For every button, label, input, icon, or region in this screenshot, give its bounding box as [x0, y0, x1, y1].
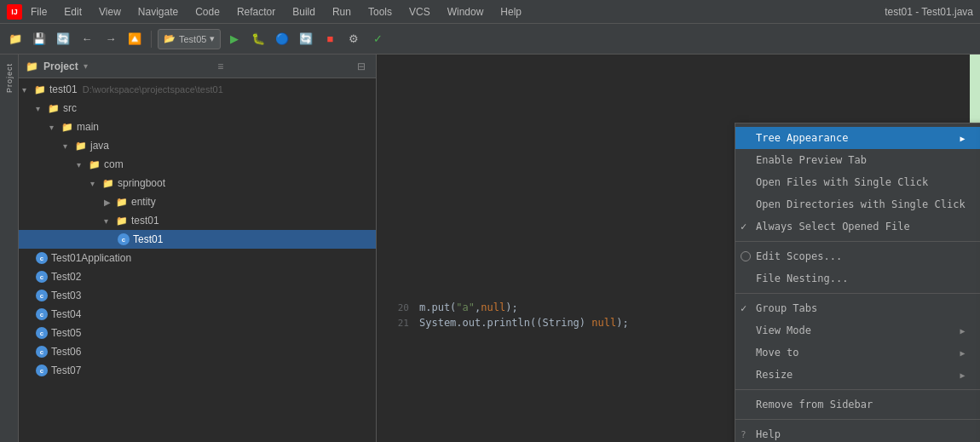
- file-nesting-label: File Nesting...: [756, 273, 848, 284]
- panel-dropdown-icon[interactable]: ▾: [84, 61, 88, 71]
- java-file-icon-05: c: [36, 327, 48, 339]
- separator-3: [735, 389, 980, 390]
- debug-btn[interactable]: 🐛: [248, 29, 268, 49]
- panel-title: Project: [43, 60, 78, 72]
- test06-label: Test06: [51, 346, 81, 358]
- profile-btn[interactable]: 🔄: [296, 29, 316, 49]
- root-path: D:\workspace\projectspace\test01: [83, 84, 223, 95]
- menu-run[interactable]: Run: [329, 4, 355, 20]
- build-btn[interactable]: ⚙: [343, 29, 364, 49]
- edit-scopes-icon: [741, 251, 751, 261]
- tree-item-springboot[interactable]: ▾ 📁 springboot: [19, 174, 376, 192]
- src-label: src: [63, 102, 77, 114]
- separator-2: [735, 293, 980, 294]
- menu-window[interactable]: Window: [444, 4, 487, 20]
- forward-btn[interactable]: →: [101, 29, 121, 49]
- tree-item-main[interactable]: ▾ 📁 main: [19, 118, 376, 136]
- menu-item-edit-scopes[interactable]: Edit Scopes...: [735, 245, 980, 267]
- menu-navigate[interactable]: Navigate: [135, 4, 182, 20]
- always-select-check: ✓: [741, 221, 747, 232]
- submenu-arrow-resize: ▶: [960, 370, 966, 380]
- tree-item-test01-folder[interactable]: ▾ 📁 test01: [19, 211, 376, 230]
- line-num-20: 20: [383, 302, 409, 313]
- group-tabs-label: Group Tabs: [756, 302, 817, 314]
- code-content-21: System.out.println((String) null);: [419, 317, 629, 329]
- check-btn[interactable]: ✓: [367, 29, 388, 49]
- tree-item-test01[interactable]: c Test01: [19, 230, 376, 249]
- menu-item-remove-sidebar[interactable]: Remove from Sidebar: [735, 393, 980, 416]
- menu-item-view-mode[interactable]: View Mode ▶: [735, 319, 980, 342]
- panel-settings-btn[interactable]: ≡: [213, 59, 228, 74]
- enable-preview-label: Enable Preview Tab: [756, 154, 867, 166]
- remove-sidebar-label: Remove from Sidebar: [756, 399, 873, 410]
- title-bar: IJ File Edit View Navigate Code Refactor…: [0, 0, 980, 24]
- menu-vcs[interactable]: VCS: [406, 4, 434, 20]
- menu-build[interactable]: Build: [289, 4, 319, 20]
- resize-label: Resize: [756, 369, 793, 381]
- tree-item-test07[interactable]: c Test07: [19, 361, 376, 380]
- menu-code[interactable]: Code: [192, 4, 223, 20]
- open-folder-btn[interactable]: 📁: [5, 29, 26, 49]
- editor-area[interactable]: 20 m.put("a",null); 21 System.out.printl…: [377, 55, 980, 442]
- tree-item-test04[interactable]: c Test04: [19, 305, 376, 324]
- java-file-icon-02: c: [36, 271, 48, 283]
- back-btn[interactable]: ←: [77, 29, 97, 49]
- help-label: Help: [756, 428, 781, 440]
- menu-item-move-to[interactable]: Move to ▶: [735, 342, 980, 364]
- tree-item-root[interactable]: ▾ 📁 test01 D:\workspace\projectspace\tes…: [19, 80, 376, 99]
- menu-view[interactable]: View: [95, 4, 124, 20]
- run-btn[interactable]: ▶: [224, 29, 245, 49]
- sync-btn[interactable]: 🔄: [53, 29, 73, 49]
- com-label: com: [104, 158, 124, 170]
- menu-edit[interactable]: Edit: [61, 4, 85, 20]
- nav-btn[interactable]: 🔼: [124, 29, 145, 49]
- java-file-icon-03: c: [36, 290, 48, 301]
- submenu-arrow-move: ▶: [960, 348, 966, 358]
- main-area: Project 📁 Project ▾ ≡ ⊟ ▾ 📁 test01 D:\wo…: [0, 55, 980, 442]
- panel-close-btn[interactable]: ⊟: [354, 59, 369, 74]
- menu-tools[interactable]: Tools: [365, 4, 395, 20]
- separator-4: [735, 419, 980, 420]
- menu-item-enable-preview[interactable]: Enable Preview Tab: [735, 149, 980, 171]
- project-side-label[interactable]: Project: [5, 63, 14, 93]
- context-menu: Tree Appearance ▶ Enable Preview Tab Ope…: [735, 123, 980, 442]
- menu-item-help[interactable]: ? Help: [735, 423, 980, 442]
- coverage-btn[interactable]: 🔵: [272, 29, 292, 49]
- menu-item-always-select[interactable]: ✓ Always Select Opened File: [735, 215, 980, 238]
- help-question-icon: ?: [741, 429, 747, 440]
- tree-item-test06[interactable]: c Test06: [19, 342, 376, 361]
- menu-item-open-dirs[interactable]: Open Directories with Single Click: [735, 193, 980, 215]
- menu-help[interactable]: Help: [497, 4, 525, 20]
- run-config-dropdown[interactable]: 📂 Test05 ▾: [158, 29, 221, 49]
- menu-item-open-single[interactable]: Open Files with Single Click: [735, 171, 980, 193]
- tree-item-src[interactable]: ▾ 📁 src: [19, 99, 376, 118]
- submenu-arrow-view: ▶: [960, 326, 966, 336]
- test05-label: Test05: [51, 327, 81, 339]
- open-dirs-label: Open Directories with Single Click: [756, 198, 966, 210]
- test07-label: Test07: [51, 365, 81, 376]
- tree-item-test01app[interactable]: c Test01Application: [19, 249, 376, 267]
- tree-item-test02[interactable]: c Test02: [19, 267, 376, 286]
- menu-item-tree-appearance[interactable]: Tree Appearance ▶: [735, 127, 980, 149]
- tree-item-entity[interactable]: ▶ 📁 entity: [19, 192, 376, 211]
- stop-btn[interactable]: ■: [320, 29, 340, 49]
- menu-item-resize[interactable]: Resize ▶: [735, 364, 980, 386]
- menu-item-group-tabs[interactable]: ✓ Group Tabs: [735, 297, 980, 319]
- always-select-label: Always Select Opened File: [756, 221, 910, 232]
- tree-item-com[interactable]: ▾ 📁 com: [19, 155, 376, 174]
- save-btn[interactable]: 💾: [29, 29, 49, 49]
- menu-file[interactable]: File: [27, 4, 50, 20]
- tree-item-java[interactable]: ▾ 📁 java: [19, 136, 376, 155]
- menu-refactor[interactable]: Refactor: [233, 4, 279, 20]
- menu-item-file-nesting[interactable]: File Nesting...: [735, 267, 980, 290]
- test04-label: Test04: [51, 308, 81, 320]
- chevron-down-icon: ▾: [210, 33, 215, 44]
- panel-header: 📁 Project ▾ ≡ ⊟: [19, 55, 376, 78]
- tree-item-test03[interactable]: c Test03: [19, 286, 376, 305]
- menu-bar: File Edit View Navigate Code Refactor Bu…: [27, 4, 885, 20]
- separator-1: [151, 31, 152, 48]
- java-file-icon-04: c: [36, 308, 48, 320]
- tree-item-test05[interactable]: c Test05: [19, 324, 376, 342]
- entity-label: entity: [131, 196, 156, 208]
- folder-icon: 📂: [164, 33, 176, 44]
